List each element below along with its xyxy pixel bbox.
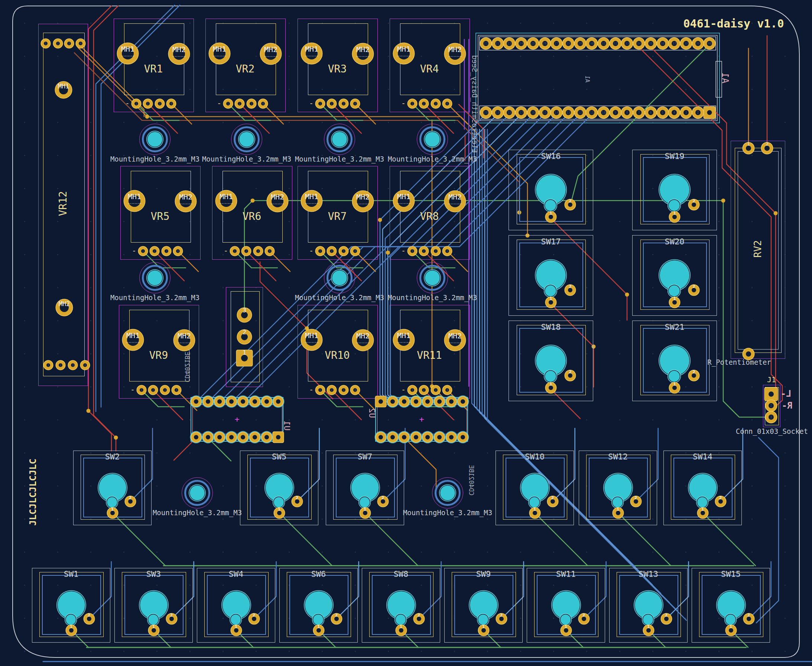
vr-pin-pad[interactable]: 4 [443,247,452,256]
vr-pin-pad[interactable]: 1 [230,247,239,256]
via[interactable] [386,251,390,255]
dip-socket-u2-pin-pad[interactable] [423,397,432,406]
vr-pin-pad[interactable]: 1 [316,247,324,256]
via[interactable] [145,115,149,119]
j1-pad-2[interactable]: 2 [766,400,777,411]
vr12-pin-pad[interactable]: 4 [81,361,89,369]
vr-pin-pad[interactable]: 1 [408,386,417,394]
header-pin-pad[interactable]: 28 [563,38,574,49]
switch-pad-2[interactable]: 2 [631,496,641,507]
switch-pad-2[interactable]: 2 [414,613,424,624]
keyhole-slot-small[interactable] [669,371,680,382]
vr-pin-pad[interactable]: 1 [316,99,324,108]
vr12-pin-pad[interactable]: 4 [76,39,85,48]
header-pin-pad[interactable]: 22 [492,38,503,49]
switch-pad-2[interactable]: 2 [565,370,575,381]
header-pin-pad-1[interactable] [704,107,715,118]
mounting-hole[interactable] [425,132,440,147]
header-pin-pad[interactable]: 36 [657,38,668,49]
header-pin-pad[interactable]: 32 [610,38,621,49]
j1-pad-1[interactable] [765,388,777,401]
vr-pin-pad[interactable]: 4 [443,99,452,108]
switch-pad-2[interactable]: 2 [166,613,177,624]
switch-pad-1[interactable]: 1 [396,625,406,636]
header-pin-pad[interactable]: 6 [645,107,656,118]
dip-socket-u1-pin-pad[interactable] [262,397,272,406]
dip-socket-u2-pin-pad[interactable] [388,432,397,442]
vr12-pin-pad[interactable]: 3 [65,39,74,48]
keyhole-slot-small[interactable] [529,497,540,508]
vr12-pin-pad[interactable]: 2 [53,39,63,48]
header-pin-pad[interactable]: 29 [575,38,586,49]
switch-pad-2[interactable]: 2 [496,613,507,624]
rv2-footprint[interactable] [731,141,785,359]
switch-pad-1[interactable]: 1 [107,508,118,518]
header-pin-pad[interactable]: 18 [504,107,515,118]
dip-socket-u2-pin-pad[interactable] [399,432,409,442]
switch-pad-1[interactable]: 1 [561,625,571,636]
keyhole-slot-small[interactable] [395,614,406,625]
switch-pad-1[interactable]: 1 [530,508,540,518]
copper-trace[interactable] [408,442,436,491]
header-pin-pad[interactable]: 12 [575,107,586,118]
rv2-pad-3[interactable] [743,348,754,359]
via[interactable] [721,199,725,203]
switch-pad-1[interactable]: 1 [669,297,680,308]
via[interactable] [87,409,91,413]
switch-pad-1[interactable]: 1 [231,625,241,636]
header-pin-pad[interactable]: 27 [551,38,562,49]
dip-socket-u1-pin-pad[interactable] [273,432,283,442]
header-pin-pad[interactable]: 21 [480,38,491,49]
header-pin-pad[interactable]: 14 [551,107,562,118]
switch-pad-2[interactable]: 2 [331,613,342,624]
keyhole-slot-small[interactable] [560,614,571,625]
vr-pin-pad[interactable]: 3 [431,247,440,256]
dip-socket-u1-pin-pad[interactable] [215,397,224,406]
keyhole-slot-small[interactable] [274,497,284,508]
keyhole-slot-small[interactable] [66,614,76,625]
dip-socket-u1-pin-pad[interactable] [227,432,236,442]
header-pin-pad[interactable]: 16 [527,107,539,118]
dip-socket-u2-pin-pad[interactable] [376,396,386,407]
vr-pin-pad[interactable]: 4 [443,386,452,394]
vr-pin-pad[interactable]: 1 [138,247,147,256]
copper-trace[interactable] [88,6,112,451]
vr-pin-pad[interactable]: 2 [419,386,428,394]
via[interactable] [114,436,118,440]
keyhole-slot-small[interactable] [148,614,159,625]
header-pin-pad[interactable]: 30 [586,38,597,49]
mounting-hole[interactable] [332,132,347,147]
header-pin-pad[interactable]: 31 [598,38,609,49]
dip-socket-u2-pin-pad[interactable] [399,397,409,406]
switch-pad-1[interactable]: 1 [66,625,76,636]
mounting-hole[interactable] [239,132,254,147]
header-pin-pad[interactable]: 35 [645,38,656,49]
switch-pad-1[interactable]: 1 [478,625,489,636]
switch-pad-1[interactable]: 1 [546,382,556,393]
dip-socket-u1-pin-pad[interactable] [191,432,201,442]
dip-socket-u2-pin-pad[interactable] [446,432,456,442]
vr-pin-pad[interactable]: 3 [254,247,263,256]
vr-pin-pad[interactable]: 1 [224,99,232,108]
switch-pad-1[interactable]: 1 [613,508,623,518]
switch-pad-2[interactable]: 2 [565,285,575,295]
via[interactable] [625,293,629,297]
vr-pin-pad[interactable]: 4 [351,386,359,394]
keyhole-slot-small[interactable] [359,497,370,508]
header-pin-pad[interactable]: 15 [539,107,550,118]
vr12-pin-pad[interactable]: 1 [44,361,53,369]
header-pin-pad[interactable]: 33 [621,38,632,49]
dip-socket-u1-pin-pad[interactable] [203,397,213,406]
dip-socket-u2-pin-pad[interactable] [435,397,444,406]
header-pin-pad[interactable]: 25 [527,38,539,49]
vr-pin-pad[interactable]: 4 [265,247,274,256]
dip-socket-u2-pin-pad[interactable] [458,432,468,442]
header-pin-pad[interactable]: 26 [539,38,550,49]
dip-socket-u1-pin-pad[interactable] [250,397,260,406]
switch-pad-1[interactable]: 1 [643,625,654,636]
vr-pin-pad[interactable]: 3 [247,99,256,108]
header-pin-pad[interactable]: 23 [504,38,515,49]
keyhole-slot-small[interactable] [725,614,736,625]
vr-pin-pad[interactable]: 4 [351,247,359,256]
dip-socket-u2-pin-pad[interactable] [446,397,456,406]
